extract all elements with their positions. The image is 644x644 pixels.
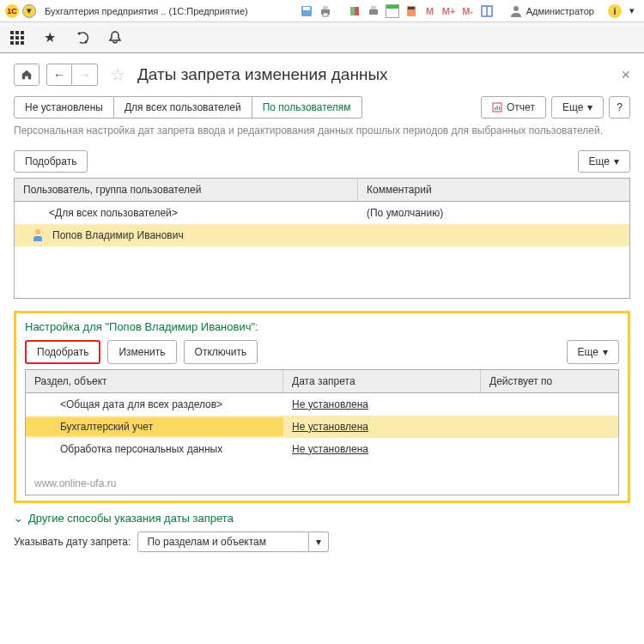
page-header: ← → ☆ Даты запрета изменения данных × [14,64,630,86]
favorite-star-icon[interactable]: ☆ [110,64,125,85]
svg-rect-13 [15,31,19,34]
mem-mplus-icon[interactable]: M+ [442,4,456,18]
svg-rect-22 [495,107,496,110]
svg-rect-17 [21,36,24,39]
user-settings-panel: Настройка для "Попов Владимир Иванович":… [14,311,630,503]
svg-rect-14 [21,31,24,34]
disable-button[interactable]: Отключить [184,340,258,364]
user-icon [509,4,523,18]
calendar-icon[interactable] [386,4,399,18]
table-row[interactable]: <Для всех пользователей> (По умолчанию) [15,202,629,224]
sections-grid: Раздел, объект Дата запрета Действует по… [25,369,619,495]
panel-icon[interactable] [480,4,494,18]
more-button[interactable]: Еще ▾ [551,96,604,118]
expand-label: Другие способы указания даты запрета [28,512,234,525]
select-user-button[interactable]: Подобрать [14,150,88,173]
mode-tabs: Не установлены Для всех пользователей По… [14,96,630,118]
cell-section: Бухгалтерский учет [26,417,283,436]
back-button[interactable]: ← [46,64,72,86]
table-row-selected[interactable]: Бухгалтерский учет Не установлена [26,416,618,438]
cell-default: (По умолчанию) [358,204,629,222]
chevron-down-icon: ▾ [587,101,592,113]
app-title: Бухгалтерия предприятия‎ ‎.. (1С:Предпри… [45,6,248,16]
close-button[interactable]: × [621,66,630,84]
users-grid: Пользователь, группа пользователей Комме… [14,178,630,299]
edit-button[interactable]: Изменить [107,340,176,364]
mem-m-icon[interactable]: M [423,4,437,18]
svg-rect-24 [499,106,501,110]
cell-section: Обработка персональных данных [26,440,283,459]
svg-rect-8 [408,7,415,9]
table-row[interactable]: Обработка персональных данных Не установ… [26,438,618,460]
select-section-button[interactable]: Подобрать [25,340,100,364]
cell-date[interactable]: Не установлена [283,417,481,436]
calculator-icon[interactable] [404,4,418,18]
report-label: Отчет [507,101,535,113]
svg-rect-1 [303,7,310,10]
person-icon [32,229,44,241]
svg-rect-15 [10,36,14,39]
svg-point-11 [513,6,519,11]
description-text: Персональная настройка дат запрета ввода… [14,124,630,138]
info-icon[interactable]: i [608,4,622,18]
home-button[interactable] [14,64,39,86]
cell-all-users: <Для всех пользователей> [15,204,358,222]
info-dropdown-icon[interactable]: ▾ [625,4,639,18]
svg-rect-6 [371,6,376,9]
svg-rect-23 [497,106,499,110]
more-label: Еще [562,101,583,113]
svg-rect-12 [10,31,14,34]
chevron-down-icon[interactable]: ▾ [309,532,329,552]
cell-section: <Общая дата для всех разделов> [26,395,283,414]
chevron-down-icon: ▾ [603,346,608,358]
main-toolbar: ★ [0,22,644,53]
col-section: Раздел, объект [26,370,283,392]
date-mode-label: Указывать дату запрета: [14,536,131,548]
table-row[interactable]: <Общая дата для всех разделов> Не устано… [26,393,618,416]
forward-button: → [72,64,98,86]
page-title: Даты запрета изменения данных [137,65,388,84]
tab-not-set[interactable]: Не установлены [14,96,114,118]
save-icon[interactable] [300,4,313,18]
date-mode-select[interactable]: По разделам и объектам ▾ [137,532,329,552]
date-mode-value: По разделам и объектам [137,532,309,552]
cell-date[interactable]: Не установлена [283,440,481,459]
print2-icon[interactable] [367,4,380,18]
tab-all-users[interactable]: Для всех пользователей [114,96,252,118]
more-button-2[interactable]: Еще ▾ [578,150,630,173]
help-button[interactable]: ? [609,96,630,118]
svg-rect-5 [369,9,378,15]
more-button-3[interactable]: Еще ▾ [567,340,619,364]
svg-rect-3 [323,6,328,9]
compare-icon[interactable] [348,4,361,18]
tab-by-users[interactable]: По пользователям [252,96,362,118]
mem-mminus-icon[interactable]: M- [461,4,475,18]
dropdown-icon[interactable]: ▾ [22,4,36,18]
svg-rect-18 [10,41,14,45]
print-icon[interactable] [319,4,332,18]
cell-date[interactable]: Не установлена [283,395,481,414]
watermark: www.online-ufa.ru [26,472,618,495]
chevron-down-icon: ▾ [614,155,619,167]
favorites-icon[interactable]: ★ [41,29,58,46]
table-row-selected[interactable]: Попов Владимир Иванович [15,224,629,246]
admin-label: Администратор [526,6,594,16]
notifications-icon[interactable] [106,29,124,46]
col-date: Дата запрета [283,370,481,392]
settings-title: Настройка для "Попов Владимир Иванович": [25,320,619,333]
col-comment: Комментарий [358,179,629,201]
report-button[interactable]: Отчет [481,96,546,118]
expand-other-methods[interactable]: ⌄ Другие способы указания даты запрета [14,512,630,525]
svg-rect-16 [15,36,19,39]
titlebar: 1С ▾ Бухгалтерия предприятия‎ ‎.. (1С:Пр… [0,0,644,22]
svg-rect-20 [21,41,24,45]
svg-rect-19 [15,41,19,45]
history-icon[interactable] [74,29,91,46]
logo-1c-icon: 1С [5,4,19,18]
apps-icon[interactable] [9,29,26,46]
col-user: Пользователь, группа пользователей [15,179,358,201]
cell-user-name: Попов Владимир Иванович [52,229,184,241]
chevron-down-icon: ⌄ [14,512,23,525]
svg-rect-4 [323,13,328,16]
col-valid: Действует по [481,370,618,392]
